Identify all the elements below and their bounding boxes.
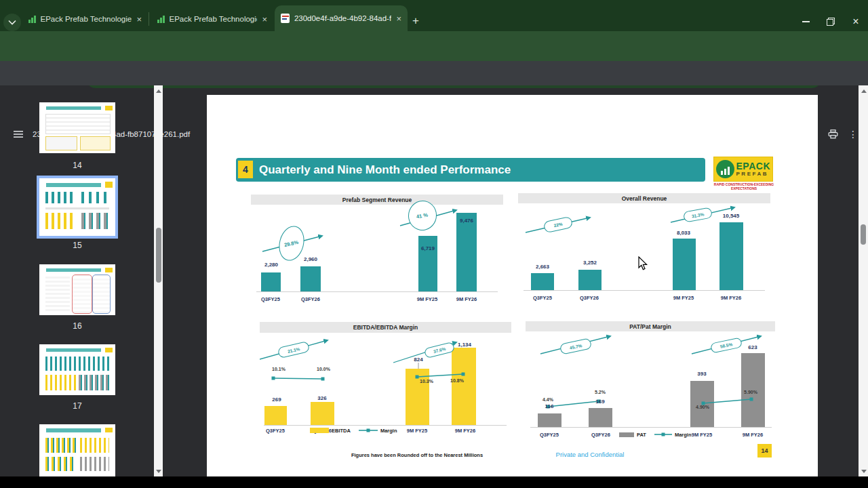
main-scrollbar[interactable] [859, 85, 868, 476]
slide-title: Quarterly and Nine Month ended Performan… [259, 163, 511, 177]
restore-icon [827, 18, 835, 26]
bar-chart-favicon [157, 16, 165, 23]
browser-window: EPack Prefab Technologies Ltd s × EPack … [0, 0, 868, 488]
browser-tab-1[interactable]: EPack Prefab Technologies Ltd s × [22, 8, 148, 30]
x-label: Q3FY25 [524, 295, 561, 301]
browser-tab-active[interactable]: 230d0e4f-a9de-4b92-84ad-fb8 × [275, 5, 408, 31]
x-label: Q3FY26 [292, 296, 330, 302]
margin-legend-glyph [359, 427, 378, 434]
browser-tab-2[interactable]: EPack Prefab Technologies Ltd s × [151, 8, 273, 30]
bar-value: 3,252 [571, 260, 609, 266]
bar-value: 169 [581, 399, 619, 405]
margin-value: 10.8% [442, 378, 472, 383]
bar-value: 116 [530, 403, 568, 409]
chart-pat-margin: PAT/Pat Margin 116 169 393 623 4.4% 5.2%… [525, 320, 777, 445]
close-tab-icon[interactable]: × [262, 15, 267, 24]
x-axis [524, 290, 765, 291]
new-tab-button[interactable]: + [408, 14, 423, 28]
x-label: Q3FY25 [252, 296, 290, 302]
bar-chart-favicon [28, 16, 36, 23]
chevron-down-icon [8, 20, 16, 25]
pat-legend-swatch [619, 432, 634, 437]
thumbnail-preview [45, 114, 111, 135]
thumbnail-page-number: 15 [64, 241, 91, 250]
scroll-up-arrow[interactable] [155, 87, 161, 94]
x-label: 9M FY25 [665, 295, 703, 301]
chart-overall-revenue: Overall Revenue 2,663 3,252 8,033 10,545… [518, 192, 770, 312]
bar-value: 2,280 [252, 262, 290, 268]
chart-ebitda-margin: EBITDA/EBITDA Margin 269 326 824 1,134 1… [260, 321, 512, 446]
x-label: 9M FY26 [446, 428, 484, 434]
browser-tab-bar: EPack Prefab Technologies Ltd s × EPack … [0, 0, 868, 31]
x-label: Q3FY25 [530, 432, 568, 438]
x-label: 9M FY26 [712, 295, 750, 301]
x-axis [264, 425, 507, 426]
tab-title: EPack Prefab Technologies Ltd s [170, 15, 258, 23]
bar-value: 10,545 [712, 213, 750, 219]
bar-value: 9,476 [448, 218, 486, 224]
x-label: 9M FY25 [408, 296, 446, 302]
window-close-button[interactable]: × [847, 13, 865, 30]
window-restore-button[interactable] [822, 13, 840, 30]
page-thumbnail-14[interactable] [39, 102, 115, 153]
pdf-favicon [281, 14, 290, 23]
scroll-down-arrow[interactable] [861, 468, 867, 474]
plus-icon: + [412, 14, 419, 28]
epack-prefab-logo: EPACK PREFAB [713, 157, 773, 182]
logo-sub: PREFAB [736, 171, 770, 177]
slide-page-number: 14 [757, 444, 772, 458]
x-axis [256, 291, 498, 292]
close-icon: × [852, 16, 859, 28]
logo-icon [716, 160, 734, 178]
browser-toolbar: ← → bseindia.com/xml-data/corpfiling/Att… [0, 31, 868, 61]
x-label: 9M FY26 [448, 296, 486, 302]
tab-title: 230d0e4f-a9de-4b92-84ad-fb8 [294, 14, 392, 22]
print-button[interactable] [825, 127, 840, 142]
pdf-thumbnail-sidebar: 14 15 16 17 [0, 85, 168, 476]
pdf-toolbar: 230d0e4f-a9de-4b92-84ad-fb87107ce261.pdf… [0, 61, 868, 85]
screen-bottom-strip [0, 476, 868, 488]
margin-value: 5.2% [585, 390, 615, 394]
margin-value: 5.90% [736, 390, 766, 394]
thumbnail-page-number: 14 [64, 161, 91, 170]
bar-value: 326 [303, 395, 341, 401]
chart-legend: PAT Margin [619, 431, 691, 438]
pdf-more-options-button[interactable]: ⋮ [846, 127, 860, 142]
close-tab-icon[interactable]: × [136, 15, 142, 24]
minimize-icon [802, 21, 810, 22]
slide-title-banner: Quarterly and Nine Month ended Performan… [236, 158, 705, 182]
margin-value: 10.0% [309, 367, 338, 371]
logo-tagline: RAPID CONSTRUCTION-EXCEEDING EXPECTATION… [712, 182, 776, 190]
scrollbar-thumb[interactable] [156, 228, 161, 283]
margin-value: 10.3% [412, 379, 441, 384]
tab-separator [149, 12, 149, 26]
bar-value: 6,719 [409, 245, 447, 251]
section-number-badge: 4 [238, 161, 253, 178]
scrollbar-thumb[interactable] [861, 224, 866, 245]
tab-search-button[interactable] [3, 14, 21, 31]
margin-value: 4.4% [533, 397, 563, 402]
x-label: 9M FY26 [734, 432, 772, 438]
print-icon [828, 129, 838, 139]
x-label: 9M FY25 [398, 428, 436, 434]
window-minimize-button[interactable] [797, 13, 814, 30]
bar-value: 269 [258, 396, 296, 403]
scroll-down-arrow[interactable] [155, 468, 161, 474]
page-thumbnail-18[interactable] [39, 424, 115, 476]
growth-arrows [518, 192, 770, 312]
margin-value: 4.90% [688, 405, 717, 409]
logo-brand: EPACK [736, 162, 770, 171]
scroll-up-arrow[interactable] [861, 87, 867, 94]
x-label: Q3FY25 [256, 428, 294, 434]
page-thumbnail-16[interactable] [39, 264, 115, 315]
thumbnail-page-number: 17 [64, 401, 91, 411]
confidential-label: Private and Confidential [536, 451, 644, 458]
bar-value: 2,663 [524, 264, 561, 270]
close-tab-icon[interactable]: × [396, 14, 401, 23]
slide-footnote: Figures have been Rounded off to the Nea… [305, 452, 529, 458]
chart-prefab-segment-revenue: Prefab Segment Revenue 2,280 2,960 6,719… [251, 193, 503, 312]
page-thumbnail-17[interactable] [39, 344, 115, 395]
chart-legend: EBITDA Margin [310, 427, 397, 434]
page-thumbnail-15-selected[interactable] [37, 176, 118, 239]
sidebar-scrollbar[interactable] [154, 85, 163, 476]
